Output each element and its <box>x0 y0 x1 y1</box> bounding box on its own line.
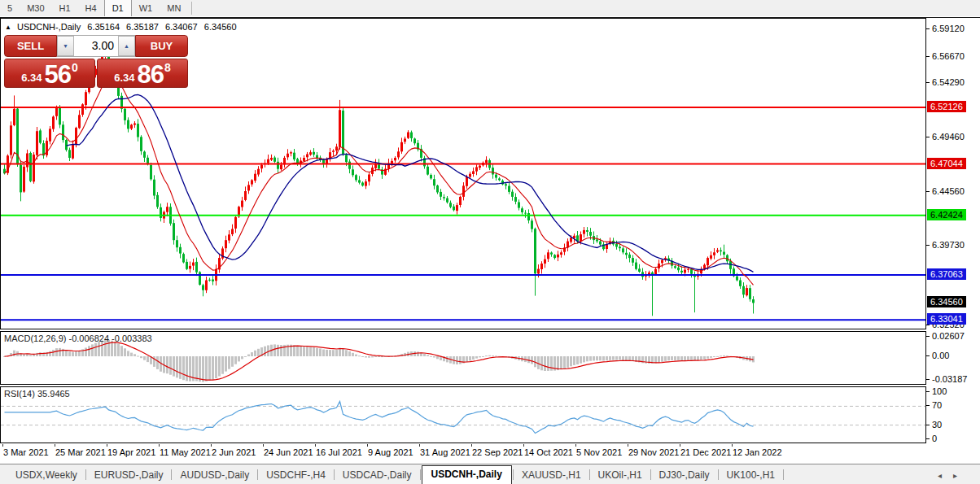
timeframe-button-5[interactable]: 5 <box>0 0 20 16</box>
timeframe-button-mn[interactable]: MN <box>160 0 188 16</box>
axis-tick-label: 0 <box>926 433 937 444</box>
sell-price-point: 0 <box>72 61 78 74</box>
chart-tab-audusd-daily[interactable]: AUDUSD-,Daily <box>173 467 256 484</box>
timeframe-button-h4[interactable]: H4 <box>78 0 104 16</box>
timeframe-button-h1[interactable]: H1 <box>52 0 78 16</box>
tab-separator <box>650 469 651 480</box>
axis-tick-label: 6.56670 <box>926 50 965 62</box>
date-label: 3 Mar 2021 <box>3 447 49 457</box>
date-label: 2 Jun 2021 <box>212 447 256 457</box>
sell-button[interactable]: SELL <box>4 35 57 57</box>
axis-tick-label: 30 <box>926 419 942 430</box>
volume-spinner: ▼ 3.00 ▲ <box>57 35 135 57</box>
sell-price-big-figure: 6.34 <box>21 72 42 84</box>
date-label: 5 Nov 2021 <box>576 447 622 457</box>
date-label: 14 Oct 2021 <box>524 447 573 457</box>
chart-tab-xauusd-h1[interactable]: XAUUSD-,H1 <box>514 467 588 484</box>
timeframe-button-w1[interactable]: W1 <box>132 0 160 16</box>
collapse-arrow-icon[interactable]: ▲ <box>5 24 11 31</box>
tab-separator <box>334 469 335 480</box>
rsi-value: 35.9465 <box>37 389 70 399</box>
chart-tab-usdcnh-daily[interactable]: USDCNH-,Daily <box>422 465 512 484</box>
timeframe-toolbar: 5M30H1H4D1W1MN <box>0 0 980 16</box>
volume-increase-icon[interactable]: ▲ <box>118 36 135 56</box>
ohlc-close: 6.34560 <box>204 22 237 32</box>
macd-label: MACD(12,26,9) -0.006824 -0.003383 <box>4 334 152 343</box>
rsi-label: RSI(14) 35.9465 <box>4 389 70 399</box>
main-chart-panel[interactable]: ▲ USDCNH-,Daily 6.35164 6.35187 6.34067 … <box>0 18 926 329</box>
date-tick <box>159 444 160 447</box>
date-tick <box>680 444 680 447</box>
date-label: 9 Aug 2021 <box>368 447 413 457</box>
ohlc-low: 6.34067 <box>165 22 198 32</box>
axis-price-tag: 6.42424 <box>927 209 966 220</box>
axis-tick-label: 70 <box>926 399 942 411</box>
volume-decrease-icon[interactable]: ▼ <box>57 36 74 56</box>
date-label: 21 Dec 2021 <box>680 447 731 457</box>
date-axis[interactable]: 3 Mar 202125 Mar 202119 Apr 202111 May 2… <box>0 444 926 462</box>
axis-price-tag: 6.52126 <box>927 101 966 112</box>
chart-tab-usdx-weekly[interactable]: USDX,Weekly <box>8 467 85 484</box>
rsi-panel[interactable]: RSI(14) 35.9465 <box>0 386 926 443</box>
sell-price-box[interactable]: 6.34 56 0 <box>4 59 95 88</box>
axis-tick-label: 6.49460 <box>926 131 965 142</box>
axis-price-tag: 6.37063 <box>927 268 966 280</box>
symbol-info: ▲ USDCNH-,Daily 6.35164 6.35187 6.34067 … <box>5 22 237 32</box>
axis-tick-label: 6.59120 <box>926 23 965 34</box>
toolbar-separator <box>191 2 192 15</box>
date-tick <box>263 444 264 447</box>
date-tick <box>367 444 368 447</box>
date-label: 12 Jan 2022 <box>733 447 782 457</box>
date-tick <box>107 444 107 447</box>
chart-tab-eurusd-daily[interactable]: EURUSD-,Daily <box>87 467 171 484</box>
tab-separator <box>257 469 258 480</box>
macd-panel[interactable]: MACD(12,26,9) -0.006824 -0.003383 <box>0 331 926 385</box>
date-tick <box>732 444 733 447</box>
date-label: 29 Nov 2021 <box>628 447 679 457</box>
date-tick <box>2 444 3 447</box>
buy-button[interactable]: BUY <box>135 35 188 57</box>
timeframe-button-m30[interactable]: M30 <box>20 0 51 16</box>
date-tick <box>315 444 316 447</box>
chart-tab-usdchf-h4[interactable]: USDCHF-,H4 <box>259 467 333 484</box>
date-label: 25 Mar 2021 <box>55 447 106 457</box>
date-tick <box>575 444 576 447</box>
buy-price-point: 8 <box>164 61 171 74</box>
macd-values: -0.006824 -0.003383 <box>68 334 151 343</box>
volume-input[interactable]: 3.00 <box>74 36 118 56</box>
date-tick <box>211 444 212 447</box>
macd-name: MACD(12,26,9) <box>4 334 66 343</box>
date-label: 16 Jul 2021 <box>316 447 362 457</box>
axis-tick-label: 0.02607 <box>926 330 965 342</box>
timeframe-button-d1[interactable]: D1 <box>104 0 132 16</box>
tab-separator <box>589 469 590 480</box>
one-click-trade-panel: SELL ▼ 3.00 ▲ BUY 6.34 56 0 6.34 86 8 <box>4 35 188 88</box>
chart-tab-uk100-h1[interactable]: UK100-,H1 <box>720 467 782 484</box>
axis-price-tag: 6.33041 <box>927 313 966 325</box>
axis-tick-label: 6.39730 <box>926 239 965 251</box>
buy-price-pips: 86 <box>138 64 164 85</box>
date-label: 31 Aug 2021 <box>420 447 470 457</box>
date-tick <box>628 444 628 447</box>
price-axis[interactable]: 6.591206.566706.542906.494606.445606.397… <box>926 18 980 463</box>
tab-scroll-arrows[interactable]: ◂▸ <box>938 471 969 480</box>
chart-tab-dj30-daily[interactable]: DJ30-,Daily <box>652 467 717 484</box>
axis-tick-label: 6.44560 <box>926 185 965 197</box>
date-tick <box>55 444 55 447</box>
date-label: 22 Sep 2021 <box>472 447 523 457</box>
trading-terminal: 5M30H1H4D1W1MN ▲ USDCNH-,Daily 6.35164 6… <box>0 0 980 484</box>
rsi-line-chart[interactable] <box>1 387 925 443</box>
chart-tab-ukoil-h1[interactable]: UKOil-,H1 <box>591 467 650 484</box>
buy-price-big-figure: 6.34 <box>114 72 134 84</box>
chart-tab-bar: USDX,WeeklyEURUSD-,DailyAUDUSD-,DailyUSD… <box>0 464 980 484</box>
buy-price-box[interactable]: 6.34 86 8 <box>97 59 188 88</box>
tab-separator <box>513 469 514 480</box>
date-label: 24 Jun 2021 <box>264 447 313 457</box>
axis-price-tag: 6.47044 <box>927 158 966 169</box>
date-tick <box>471 444 472 447</box>
date-tick <box>419 444 420 447</box>
ohlc-high: 6.35187 <box>126 22 159 32</box>
axis-tick-label: 100 <box>926 386 947 397</box>
date-label: 19 Apr 2021 <box>107 447 155 457</box>
chart-tab-usdcad-daily[interactable]: USDCAD-,Daily <box>335 467 419 484</box>
